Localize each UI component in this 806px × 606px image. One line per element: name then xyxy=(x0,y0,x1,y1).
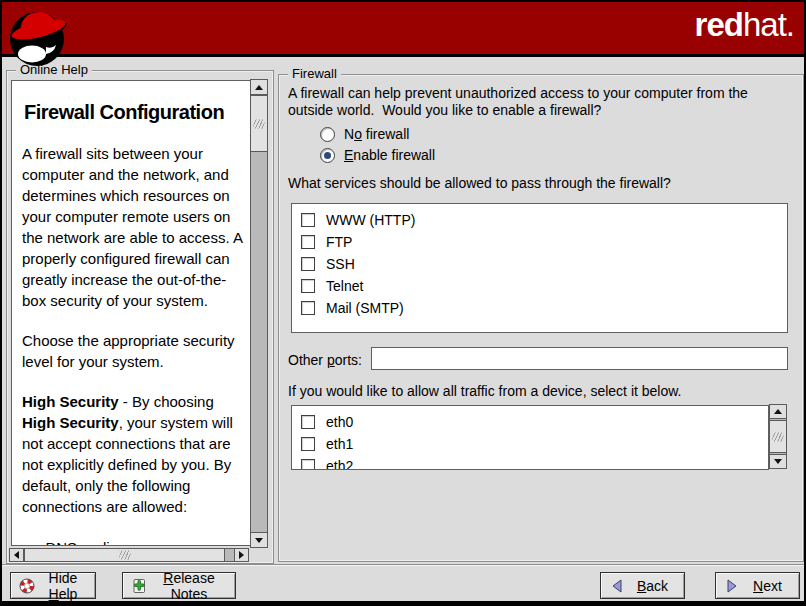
radio-no-firewall-label: No firewall xyxy=(344,126,409,142)
device-row-eth2[interactable]: eth2 xyxy=(292,455,768,470)
back-button[interactable]: Back xyxy=(600,572,685,599)
header-bar: redhat. xyxy=(2,2,804,57)
next-arrow-icon xyxy=(724,578,740,594)
other-ports-input[interactable] xyxy=(371,347,788,370)
device-instruction-label: If you would like to allow all traffic f… xyxy=(288,383,681,399)
help-viewport: Firewall Configuration A firewall sits b… xyxy=(11,80,251,546)
device-row-eth1[interactable]: eth1 xyxy=(292,433,768,455)
checkbox-icon[interactable] xyxy=(301,415,315,429)
service-label: FTP xyxy=(326,234,352,250)
checkbox-icon[interactable] xyxy=(301,459,315,470)
installer-window: redhat. Online Help Firewall Configurati… xyxy=(0,0,806,606)
checkbox-icon[interactable] xyxy=(301,301,315,315)
arrow-left-icon xyxy=(14,551,19,559)
help-horizontal-scrollbar[interactable] xyxy=(9,548,249,562)
footer-divider xyxy=(2,564,804,566)
device-label: eth1 xyxy=(326,436,353,452)
arrow-down-icon xyxy=(774,459,782,464)
device-list-scrollbar[interactable] xyxy=(769,404,787,469)
service-row-telnet[interactable]: Telnet xyxy=(292,275,787,297)
hide-help-button[interactable]: Hide Help xyxy=(10,572,96,599)
brand-hat: hat. xyxy=(743,6,794,43)
service-row-ssh[interactable]: SSH xyxy=(292,253,787,275)
brand-wordmark: redhat. xyxy=(695,6,794,44)
device-label: eth0 xyxy=(326,414,353,430)
scroll-right-button[interactable] xyxy=(234,548,249,562)
checkbox-icon[interactable] xyxy=(301,235,315,249)
release-notes-label: Release Notes xyxy=(151,570,227,602)
help-paragraph-1: A firewall sits between your computer an… xyxy=(22,143,244,311)
arrow-up-icon xyxy=(774,409,782,414)
help-paragraph-3: High Security - By choosing High Securit… xyxy=(22,391,244,517)
next-button[interactable]: Next xyxy=(715,572,800,599)
arrow-up-icon xyxy=(255,85,263,90)
help-title: Firewall Configuration xyxy=(24,101,244,124)
life-preserver-icon xyxy=(19,578,35,594)
checkbox-icon[interactable] xyxy=(301,437,315,451)
service-row-mail[interactable]: Mail (SMTP) xyxy=(292,297,787,319)
hide-help-label: Hide Help xyxy=(39,570,87,602)
back-label: Back xyxy=(629,578,676,594)
service-label: WWW (HTTP) xyxy=(326,212,415,228)
next-label: Next xyxy=(744,578,791,594)
device-list: eth0 eth1 eth2 xyxy=(291,405,769,470)
service-label: Mail (SMTP) xyxy=(326,300,404,316)
checkbox-icon[interactable] xyxy=(301,257,315,271)
scroll-down-button[interactable] xyxy=(250,532,268,548)
radio-no-firewall[interactable]: No firewall xyxy=(320,125,409,143)
radio-enable-firewall[interactable]: Enable firewall xyxy=(320,146,435,164)
service-row-ftp[interactable]: FTP xyxy=(292,231,787,253)
device-label: eth2 xyxy=(326,458,353,470)
other-ports-label: Other ports: xyxy=(288,352,362,368)
service-label: Telnet xyxy=(326,278,363,294)
arrow-down-icon xyxy=(255,538,263,543)
back-arrow-icon xyxy=(609,578,625,594)
online-help-frame: Online Help Firewall Configuration A fir… xyxy=(6,70,274,564)
arrow-right-icon xyxy=(239,551,244,559)
help-paragraph-2: Choose the appropriate security level fo… xyxy=(22,330,244,372)
vertical-scroll-thumb[interactable] xyxy=(250,95,268,152)
release-notes-button[interactable]: Release Notes xyxy=(122,572,236,599)
scroll-left-button[interactable] xyxy=(9,548,24,562)
horizontal-scroll-thumb[interactable] xyxy=(24,548,225,562)
help-bullet-dns-replies: DNS replies xyxy=(36,537,244,546)
checkbox-icon[interactable] xyxy=(301,213,315,227)
release-notes-icon xyxy=(131,578,147,594)
checkbox-icon[interactable] xyxy=(301,279,315,293)
scroll-up-button[interactable] xyxy=(769,404,787,419)
firewall-intro-text: A firewall can help prevent unauthorized… xyxy=(288,85,748,119)
vertical-scroll-thumb[interactable] xyxy=(769,420,787,453)
device-row-eth0[interactable]: eth0 xyxy=(292,411,768,433)
radio-enable-firewall-label: Enable firewall xyxy=(344,147,435,163)
scroll-down-button[interactable] xyxy=(769,454,787,469)
help-vertical-scrollbar[interactable] xyxy=(250,79,268,548)
service-row-www[interactable]: WWW (HTTP) xyxy=(292,209,787,231)
radio-button-selected-icon[interactable] xyxy=(320,148,335,163)
scroll-up-button[interactable] xyxy=(250,79,268,95)
service-label: SSH xyxy=(326,256,355,272)
services-list: WWW (HTTP) FTP SSH Telnet Mail (SMTP) xyxy=(291,203,788,333)
brand-red: red xyxy=(695,6,743,43)
firewall-frame: Firewall A firewall can help prevent una… xyxy=(278,74,804,562)
radio-button-icon[interactable] xyxy=(320,127,335,142)
services-question-label: What services should be allowed to pass … xyxy=(288,175,671,191)
firewall-frame-label: Firewall xyxy=(288,66,341,82)
redhat-shadowman-logo-icon xyxy=(6,3,70,73)
